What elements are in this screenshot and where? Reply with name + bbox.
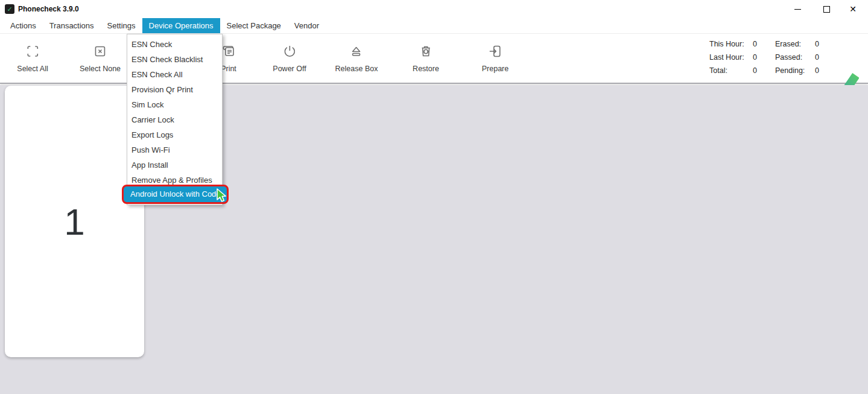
dropdown-item-app-install[interactable]: App Install xyxy=(127,157,222,173)
power-off-label: Power Off xyxy=(273,65,306,73)
eject-icon xyxy=(349,42,364,60)
menu-device-operations[interactable]: Device Operations xyxy=(142,18,220,33)
dropdown-item-esn-check[interactable]: ESN Check xyxy=(127,37,222,52)
prepare-label: Prepare xyxy=(482,65,508,73)
close-icon: ✕ xyxy=(849,5,857,13)
dropdown-item-carrier-lock[interactable]: Carrier Lock xyxy=(127,112,222,127)
stat-last-hour: Last Hour: 0 xyxy=(709,51,761,64)
print-button[interactable]: Print xyxy=(221,42,236,73)
title-bar: ✓ Phonecheck 3.9.0 ✕ xyxy=(0,0,868,18)
app-logo-check-icon: ✓ xyxy=(5,4,14,14)
stat-pending: Pending: 0 xyxy=(775,64,823,77)
select-all-icon xyxy=(25,42,40,60)
power-off-button[interactable]: Power Off xyxy=(273,42,306,73)
stat-total: Total: 0 xyxy=(709,64,761,77)
stat-erased-value: 0 xyxy=(815,40,823,48)
prepare-icon xyxy=(487,42,503,60)
menu-select-package[interactable]: Select Package xyxy=(220,18,288,33)
stat-total-label: Total: xyxy=(709,66,753,75)
restore-button[interactable]: Restore xyxy=(413,42,439,73)
select-none-icon xyxy=(93,42,107,60)
power-icon xyxy=(282,42,297,60)
stat-pending-label: Pending: xyxy=(775,66,815,75)
restore-label: Restore xyxy=(413,65,439,73)
release-box-button[interactable]: Release Box xyxy=(335,42,378,73)
stat-passed-label: Passed: xyxy=(775,53,815,62)
cursor-pointer-icon xyxy=(216,188,229,206)
stat-total-value: 0 xyxy=(753,66,761,75)
stat-this-hour: This Hour: 0 xyxy=(709,37,761,51)
stat-last-hour-label: Last Hour: xyxy=(709,53,753,62)
stats-right-column: Erased: 0 Passed: 0 Pending: 0 xyxy=(775,37,823,77)
select-all-label: Select All xyxy=(17,65,48,73)
stats-left-column: This Hour: 0 Last Hour: 0 Total: 0 xyxy=(709,37,761,77)
dropdown-item-esn-check-all[interactable]: ESN Check All xyxy=(127,67,222,82)
select-none-label: Select None xyxy=(80,65,121,73)
dropdown-item-sim-lock[interactable]: Sim Lock xyxy=(127,97,222,112)
menu-vendor[interactable]: Vendor xyxy=(288,18,326,33)
stat-pending-value: 0 xyxy=(815,66,823,75)
device-slot-panel: 1 xyxy=(5,86,144,357)
printer-icon xyxy=(221,42,236,60)
menu-bar: Actions Transactions Settings Device Ope… xyxy=(0,18,868,34)
dropdown-item-esn-check-blacklist[interactable]: ESN Check Blacklist xyxy=(127,52,222,67)
window-title: Phonecheck 3.9.0 xyxy=(18,5,79,13)
dropdown-item-export-logs[interactable]: Export Logs xyxy=(127,127,222,142)
stat-erased: Erased: 0 xyxy=(775,37,823,51)
stat-last-hour-value: 0 xyxy=(753,53,761,62)
dropdown-item-android-unlock-with-code[interactable]: Android Unlock with Code xyxy=(124,186,227,202)
dropdown-item-provision-qr-print[interactable]: Provision Qr Print xyxy=(127,82,222,97)
device-operations-dropdown: ESN Check ESN Check Blacklist ESN Check … xyxy=(127,34,223,205)
stat-passed-value: 0 xyxy=(815,53,823,62)
menu-transactions[interactable]: Transactions xyxy=(43,18,101,33)
prepare-button[interactable]: Prepare xyxy=(482,42,508,73)
dropdown-item-push-wifi[interactable]: Push Wi-Fi xyxy=(127,142,222,157)
select-all-button[interactable]: Select All xyxy=(17,42,48,73)
select-none-button[interactable]: Select None xyxy=(80,42,121,73)
menu-actions[interactable]: Actions xyxy=(4,18,43,33)
stat-passed: Passed: 0 xyxy=(775,51,823,64)
minimize-icon xyxy=(794,9,801,10)
print-label: Print xyxy=(221,65,236,73)
close-button[interactable]: ✕ xyxy=(843,0,863,18)
trash-restore-icon xyxy=(418,42,434,60)
release-box-label: Release Box xyxy=(335,65,378,73)
maximize-button[interactable] xyxy=(816,0,837,18)
stat-this-hour-value: 0 xyxy=(753,40,761,48)
minimize-button[interactable] xyxy=(787,0,808,18)
device-slot-number: 1 xyxy=(64,200,84,243)
stat-erased-label: Erased: xyxy=(775,40,815,48)
stat-this-hour-label: This Hour: xyxy=(709,40,753,48)
menu-settings[interactable]: Settings xyxy=(101,18,142,33)
annotation-highlight-box: Android Unlock with Code xyxy=(122,185,229,204)
maximize-icon xyxy=(823,6,830,13)
